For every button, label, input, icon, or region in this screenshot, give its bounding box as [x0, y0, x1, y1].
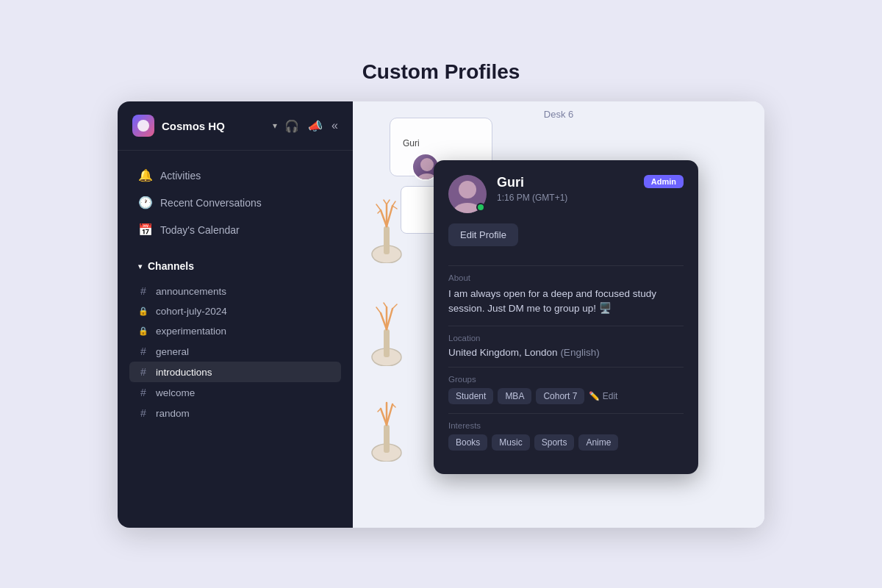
about-label: About: [448, 273, 684, 282]
group-tag-student: Student: [448, 388, 493, 404]
header-icons: 🎧 📣 «: [284, 119, 338, 133]
svg-line-19: [392, 304, 397, 309]
groups-section: Groups Student MBA Cohort 7 ✏️ Edit: [448, 375, 684, 404]
channels-section: ▾ Channels # announcements 🔒 cohort-july…: [118, 248, 353, 429]
megaphone-icon[interactable]: 📣: [308, 119, 323, 133]
interests-label: Interests: [448, 421, 684, 430]
location-label: Location: [448, 334, 684, 343]
svg-line-18: [376, 307, 381, 313]
admin-badge: Admin: [644, 175, 684, 188]
svg-line-12: [387, 200, 390, 204]
svg-point-29: [459, 181, 476, 198]
sidebar-item-recent-conversations[interactable]: 🕐 Recent Conversations: [129, 190, 341, 215]
channel-label: general: [156, 346, 189, 357]
sidebar: Cosmos HQ ▾ 🎧 📣 « 🔔 Activities 🕐 Recent …: [118, 101, 353, 528]
sidebar-header: Cosmos HQ ▾ 🎧 📣 «: [118, 101, 353, 151]
channel-item-experimentation[interactable]: 🔒 experimentation: [129, 321, 341, 341]
location-text: United Kingdom, London (English): [448, 347, 684, 358]
edit-profile-button[interactable]: Edit Profile: [448, 223, 518, 246]
channels-label: Channels: [148, 260, 194, 272]
recent-conversations-label: Recent Conversations: [160, 197, 262, 209]
divider-3: [448, 367, 684, 368]
channel-label: welcome: [156, 387, 195, 398]
plant-decoration-2: [368, 300, 406, 369]
groups-label: Groups: [448, 375, 684, 384]
channel-label: introductions: [156, 367, 212, 378]
calendar-icon: 📅: [138, 223, 151, 237]
interest-tag-books: Books: [448, 434, 487, 451]
clock-icon: 🕐: [138, 196, 151, 209]
svg-point-0: [420, 158, 434, 171]
user-name: Guri: [497, 175, 634, 190]
user-card-header: Guri 1:16 PM (GMT+1) Admin: [448, 175, 684, 213]
app-container: Cosmos HQ ▾ 🎧 📣 « 🔔 Activities 🕐 Recent …: [118, 101, 764, 528]
channel-label: cohort-july-2024: [156, 306, 227, 317]
channel-item-introductions[interactable]: # introductions: [129, 362, 341, 382]
collapse-icon[interactable]: «: [331, 119, 338, 132]
svg-rect-3: [384, 226, 390, 254]
svg-line-20: [384, 303, 387, 307]
about-section: About I am always open for a deep and fo…: [448, 273, 684, 317]
channel-label: announcements: [156, 286, 226, 297]
desk-label: Desk 6: [544, 109, 573, 120]
sidebar-item-todays-calendar[interactable]: 📅 Today's Calendar: [129, 217, 341, 243]
main-content: Desk 6 Guri: [353, 101, 764, 528]
interests-tags: Books Music Sports Anime: [448, 434, 684, 451]
hash-icon: #: [138, 285, 148, 297]
todays-calendar-label: Today's Calendar: [160, 224, 240, 236]
online-status-indicator: [476, 203, 485, 212]
lock-icon: 🔒: [138, 306, 148, 316]
workspace-name: Cosmos HQ: [162, 120, 265, 132]
interests-section: Interests Books Music Sports Anime: [448, 421, 684, 451]
activities-label: Activities: [160, 170, 201, 182]
channel-label: experimentation: [156, 326, 226, 337]
interest-tag-sports: Sports: [534, 434, 575, 451]
user-info: Guri 1:16 PM (GMT+1): [497, 175, 634, 203]
channel-item-random[interactable]: # random: [129, 403, 341, 423]
location-primary: United Kingdom, London: [448, 347, 558, 358]
interest-tag-anime: Anime: [578, 434, 618, 451]
user-time: 1:16 PM (GMT+1): [497, 193, 634, 203]
svg-rect-22: [384, 425, 390, 453]
hash-icon: #: [138, 345, 148, 357]
sidebar-nav: 🔔 Activities 🕐 Recent Conversations 📅 To…: [118, 151, 353, 248]
headphone-icon[interactable]: 🎧: [284, 119, 299, 133]
user-profile-card: Guri 1:16 PM (GMT+1) Admin Edit Profile …: [434, 160, 698, 474]
lock-icon: 🔒: [138, 326, 148, 336]
hash-icon: #: [138, 366, 148, 378]
location-secondary: (English): [560, 347, 599, 358]
svg-line-10: [392, 206, 397, 209]
svg-line-9: [392, 201, 395, 206]
workspace-logo: [132, 115, 154, 137]
location-section: Location United Kingdom, London (English…: [448, 334, 684, 358]
channels-header: ▾ Channels: [129, 257, 341, 275]
page-title: Custom Profiles: [362, 60, 520, 84]
groups-tags: Student MBA Cohort 7 ✏️ Edit: [448, 388, 684, 404]
workspace-chevron-icon[interactable]: ▾: [273, 121, 277, 131]
hash-icon: #: [138, 387, 148, 398]
groups-edit-button[interactable]: ✏️ Edit: [589, 391, 617, 401]
group-tag-cohort7: Cohort 7: [536, 388, 584, 404]
svg-line-11: [384, 200, 387, 204]
interest-tag-music: Music: [492, 434, 529, 451]
desk-area: Desk 6 Guri: [353, 101, 764, 528]
plant-decoration-3: [368, 395, 406, 465]
channels-chevron-icon: ▾: [138, 262, 142, 270]
channel-item-cohort[interactable]: 🔒 cohort-july-2024: [129, 301, 341, 321]
group-tag-mba: MBA: [498, 388, 531, 404]
divider-1: [448, 265, 684, 266]
logo-inner: [137, 120, 149, 132]
svg-line-7: [376, 204, 381, 210]
divider-2: [448, 326, 684, 326]
channel-item-welcome[interactable]: # welcome: [129, 382, 341, 403]
svg-rect-14: [384, 329, 390, 357]
bell-icon: 🔔: [138, 168, 151, 182]
sidebar-item-activities[interactable]: 🔔 Activities: [129, 162, 341, 188]
hash-icon: #: [138, 407, 148, 419]
channel-item-general[interactable]: # general: [129, 341, 341, 362]
channel-label: random: [156, 408, 190, 419]
guri-label: Guri: [403, 138, 420, 148]
user-avatar-wrap: [448, 175, 487, 213]
channel-item-announcements[interactable]: # announcements: [129, 281, 341, 301]
divider-4: [448, 413, 684, 414]
